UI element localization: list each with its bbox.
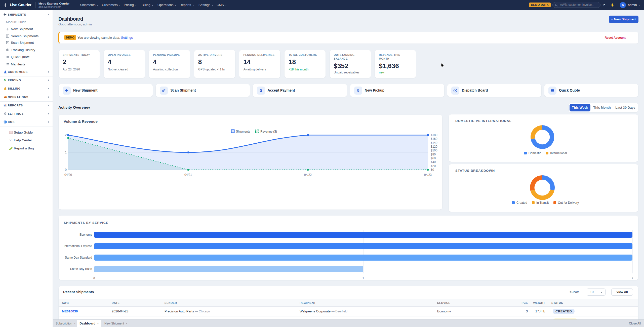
svg-text:Revenue ($): Revenue ($) bbox=[260, 130, 277, 133]
svg-text:2: 2 bbox=[65, 133, 67, 137]
svg-text:04/23: 04/23 bbox=[424, 173, 432, 177]
svg-text:$180: $180 bbox=[431, 133, 437, 137]
svg-text:Shipments: Shipments bbox=[236, 130, 250, 133]
svg-text:$0: $0 bbox=[431, 168, 434, 172]
svg-text:0: 0 bbox=[65, 168, 67, 172]
svg-text:04/21: 04/21 bbox=[184, 173, 192, 177]
svg-text:1: 1 bbox=[65, 151, 67, 154]
svg-text:$80: $80 bbox=[431, 153, 436, 156]
svg-text:$60: $60 bbox=[431, 156, 436, 160]
svg-text:$40: $40 bbox=[431, 160, 436, 164]
svg-text:$140: $140 bbox=[431, 141, 437, 145]
svg-text:04/22: 04/22 bbox=[304, 173, 312, 177]
svg-text:$160: $160 bbox=[431, 137, 437, 141]
svg-text:$20: $20 bbox=[431, 164, 436, 168]
svg-text:$120: $120 bbox=[431, 145, 437, 148]
svg-text:$100: $100 bbox=[431, 149, 437, 152]
svg-text:04/20: 04/20 bbox=[64, 173, 72, 177]
